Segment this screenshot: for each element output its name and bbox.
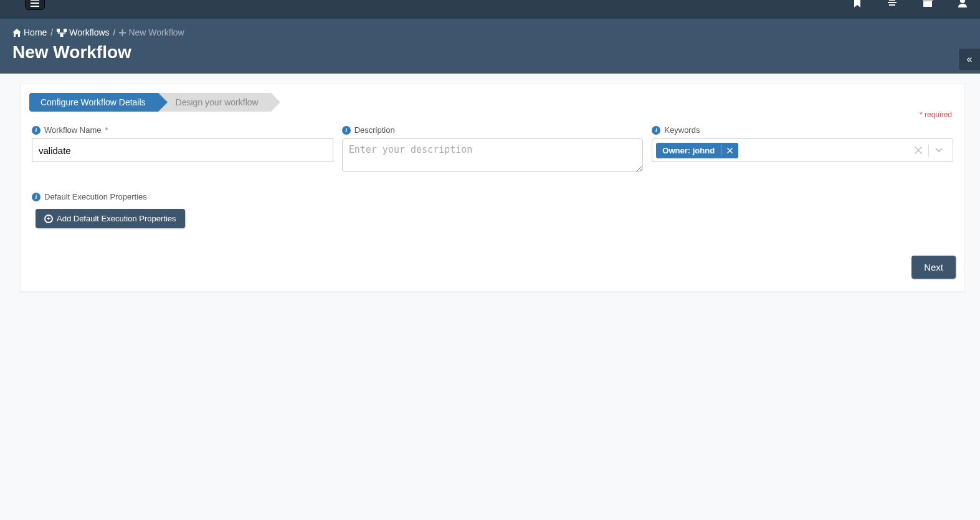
breadcrumb-sep: / bbox=[50, 27, 53, 37]
info-icon[interactable]: i bbox=[32, 126, 40, 135]
page-title: New Workflow bbox=[12, 42, 968, 62]
field-workflow-name: i Workflow Name * bbox=[32, 125, 333, 175]
info-icon[interactable]: i bbox=[342, 126, 351, 135]
field-keywords: i Keywords Owner: johnd bbox=[652, 125, 953, 175]
chevron-double-left-icon: « bbox=[967, 54, 973, 65]
workflow-name-input[interactable] bbox=[32, 138, 333, 162]
svg-rect-2 bbox=[31, 6, 39, 7]
form-footer: Next bbox=[29, 256, 956, 279]
default-exec-label-row: i Default Execution Properties bbox=[29, 192, 956, 201]
close-icon bbox=[915, 147, 922, 154]
default-exec-label: Default Execution Properties bbox=[44, 192, 147, 201]
keywords-label: Keywords bbox=[664, 125, 700, 135]
next-button-label: Next bbox=[924, 262, 943, 272]
workflow-name-label: Workflow Name bbox=[44, 125, 102, 135]
step-design-label: Design your workflow bbox=[176, 97, 259, 107]
required-indicator: * required bbox=[920, 110, 952, 119]
svg-rect-8 bbox=[60, 34, 64, 37]
breadcrumb: Home / Workflows / New Workflow bbox=[12, 27, 968, 37]
description-label-row: i Description bbox=[342, 125, 644, 135]
keyword-tag-label: Owner: johnd bbox=[656, 143, 721, 158]
step-design[interactable]: Design your workflow bbox=[158, 93, 271, 112]
step-configure-label: Configure Workflow Details bbox=[40, 97, 146, 107]
page-header: Home / Workflows / New Workflow New Work… bbox=[0, 19, 980, 74]
svg-rect-3 bbox=[923, 0, 933, 1]
required-star: * bbox=[105, 125, 108, 135]
home-icon bbox=[12, 29, 21, 37]
svg-rect-4 bbox=[923, 1, 932, 7]
top-nav bbox=[0, 0, 980, 19]
breadcrumb-workflows[interactable]: Workflows bbox=[57, 27, 109, 37]
description-input[interactable] bbox=[342, 138, 644, 172]
form-row-main: i Workflow Name * i Description i Keywor… bbox=[29, 125, 956, 175]
workflows-icon bbox=[57, 29, 67, 37]
svg-rect-0 bbox=[31, 0, 39, 1]
workflow-name-label-row: i Workflow Name * bbox=[32, 125, 333, 135]
info-icon[interactable]: i bbox=[652, 126, 660, 135]
svg-point-5 bbox=[960, 0, 965, 3]
keywords-dropdown-toggle[interactable] bbox=[929, 148, 949, 153]
plus-circle-icon: + bbox=[44, 214, 53, 223]
bookmark-icon[interactable] bbox=[853, 0, 862, 7]
next-button[interactable]: Next bbox=[911, 256, 956, 279]
add-default-exec-label: Add Default Execution Properties bbox=[57, 214, 176, 223]
svg-rect-7 bbox=[64, 29, 67, 32]
keywords-select[interactable]: Owner: johnd bbox=[652, 138, 953, 162]
keywords-label-row: i Keywords bbox=[652, 125, 953, 135]
keyword-tag-remove[interactable] bbox=[721, 145, 738, 156]
svg-rect-1 bbox=[31, 2, 39, 4]
breadcrumb-home-label: Home bbox=[24, 27, 47, 37]
collapse-panel-button[interactable]: « bbox=[959, 49, 980, 70]
form-card: Configure Workflow Details Design your w… bbox=[20, 84, 965, 292]
keyword-tag: Owner: johnd bbox=[656, 143, 738, 158]
archive-icon[interactable] bbox=[923, 0, 933, 7]
plus-icon bbox=[119, 29, 126, 36]
field-default-exec: i Default Execution Properties + Add Def… bbox=[29, 192, 956, 228]
wizard-steps: Configure Workflow Details Design your w… bbox=[29, 93, 956, 112]
chevron-down-icon bbox=[935, 148, 943, 153]
breadcrumb-home[interactable]: Home bbox=[12, 27, 47, 37]
breadcrumb-current-label: New Workflow bbox=[128, 27, 184, 37]
settings-icon[interactable] bbox=[887, 0, 898, 7]
info-icon[interactable]: i bbox=[32, 193, 40, 201]
hamburger-icon bbox=[31, 0, 39, 7]
breadcrumb-current: New Workflow bbox=[119, 27, 184, 37]
step-configure[interactable]: Configure Workflow Details bbox=[29, 93, 158, 112]
field-description: i Description bbox=[342, 125, 644, 175]
keywords-clear[interactable] bbox=[908, 147, 928, 154]
breadcrumb-sep: / bbox=[113, 27, 116, 37]
description-label: Description bbox=[354, 125, 395, 135]
close-icon bbox=[727, 148, 733, 153]
menu-toggle-button[interactable] bbox=[25, 0, 45, 10]
svg-rect-10 bbox=[119, 32, 126, 33]
breadcrumb-workflows-label: Workflows bbox=[69, 27, 109, 37]
svg-rect-6 bbox=[57, 29, 60, 32]
user-icon[interactable] bbox=[958, 0, 968, 7]
add-default-exec-button[interactable]: + Add Default Execution Properties bbox=[36, 209, 185, 228]
top-nav-actions bbox=[853, 0, 968, 7]
